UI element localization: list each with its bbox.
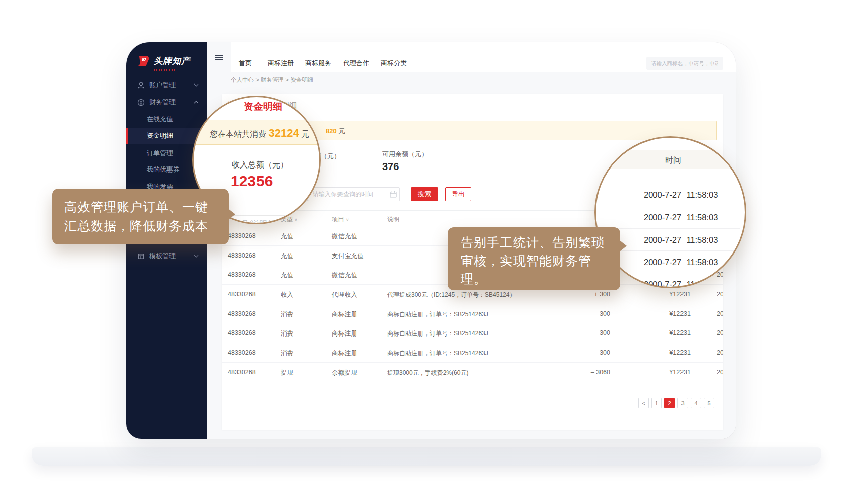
callout-left: 高效管理账户订单、一键 汇总数据，降低财务成本 xyxy=(52,189,229,244)
cell-amount: – 300 xyxy=(560,310,610,317)
cell-time: 2000-7-27 11:58:03 xyxy=(717,310,723,317)
cell-project: 商标注册 xyxy=(332,349,357,358)
cell-order-no: 48330268 xyxy=(228,252,256,259)
callout-right: 告别手工统计、告别繁琐 审核，实现智能财务管 理。 xyxy=(448,227,620,290)
balance-value: 376 xyxy=(382,161,399,173)
cell-project: 微信充值 xyxy=(332,232,357,241)
table-row[interactable]: 48330268 消费 商标注册 商标自助注册，订单号：SB2514263J –… xyxy=(222,323,723,343)
cell-time: 2000-7-27 11:58:03 xyxy=(717,271,723,278)
pagination-prev-button[interactable]: < xyxy=(638,398,649,408)
magnified-banner-text: 您在本站共消费 32124 元 xyxy=(210,127,309,140)
finance-icon xyxy=(137,99,145,106)
sidebar-item-label: 模板管理 xyxy=(149,251,176,261)
banner-amount-fragment: 820 元 xyxy=(326,127,345,136)
cell-order-no: 48330268 xyxy=(228,349,256,356)
cell-project: 商标注册 xyxy=(332,310,357,319)
chevron-down-icon xyxy=(194,255,199,258)
cell-balance: ¥12231 xyxy=(640,291,691,298)
cell-project: 余额提现 xyxy=(332,369,357,377)
magnified-income-label: 收入总额（元） xyxy=(232,160,288,171)
cell-type: 充值 xyxy=(281,232,293,241)
stat-divider xyxy=(577,150,577,176)
export-button[interactable]: 导出 xyxy=(445,187,471,201)
callout-arrow xyxy=(228,209,235,220)
sidebar-item-label: 我的优惠券 xyxy=(147,165,180,174)
sidebar-item-account[interactable]: 账户管理 xyxy=(126,77,207,93)
calendar-icon[interactable] xyxy=(390,191,397,198)
cell-description: 代理提成300元（ID:1245，订单号：SB45124） xyxy=(387,291,516,299)
pagination-page-2-active[interactable]: 2 xyxy=(664,398,675,408)
tab-trademark-service[interactable]: 商标服务 xyxy=(305,59,331,68)
cell-amount: – 300 xyxy=(560,329,610,337)
chevron-down-icon xyxy=(194,83,199,87)
magnified-income-value: 12356 xyxy=(231,173,273,190)
magnified-time-row: 2000-7-27 11:58:03 xyxy=(644,190,718,200)
cell-order-no: 48330268 xyxy=(228,271,256,278)
cell-amount: – 300 xyxy=(560,349,610,356)
row-separator xyxy=(610,250,740,251)
cell-time: 2000-7-27 11:58:03 xyxy=(717,369,723,376)
cell-project: 支付宝充值 xyxy=(332,252,364,261)
breadcrumb: 个人中心 > 财务管理 > 资金明细 xyxy=(231,76,313,84)
cell-time: 2000-7-27 11:58:03 xyxy=(717,349,723,356)
search-button[interactable]: 搜索 xyxy=(411,187,438,201)
table-row[interactable]: 48330268 消费 商标注册 商标自助注册，订单号：SB2514263J –… xyxy=(222,343,723,363)
callout-line: 高效管理账户订单、一键 xyxy=(64,197,217,216)
row-separator xyxy=(610,206,740,206)
cell-description: 商标自助注册，订单号：SB2514263J xyxy=(387,329,488,338)
cell-project: 商标注册 xyxy=(332,329,357,338)
brand-name: 头牌知产 xyxy=(154,55,190,67)
cell-balance: ¥12231 xyxy=(640,369,691,376)
banner-amount: 820 xyxy=(326,127,337,135)
tab-home[interactable]: 首页 xyxy=(239,59,252,68)
date-input[interactable] xyxy=(308,187,400,201)
tab-trademark-register[interactable]: 商标注册 xyxy=(268,59,294,68)
cell-balance: ¥12231 xyxy=(640,349,691,356)
tab-trademark-class[interactable]: 商标分类 xyxy=(381,59,407,68)
pagination-page-1[interactable]: 1 xyxy=(651,398,662,408)
cell-type: 消费 xyxy=(281,349,293,358)
cell-description: 商标自助注册，订单号：SB2514263J xyxy=(387,310,488,319)
cell-time: 2000-7-27 11:58:03 xyxy=(717,329,723,337)
sidebar-item-online-recharge[interactable]: 在线充值 xyxy=(126,112,207,127)
tab-agent-coop[interactable]: 代理合作 xyxy=(343,59,369,68)
table-row[interactable]: 48330268 消费 商标注册 商标自助注册，订单号：SB2514263J –… xyxy=(222,304,723,324)
pagination-page-3[interactable]: 3 xyxy=(677,398,688,408)
cell-order-no: 48330268 xyxy=(228,369,256,376)
cell-type: 消费 xyxy=(281,329,293,338)
cell-description: 提现3000元，手续费2%(60元) xyxy=(387,369,468,377)
pagination: < 1 2 3 4 5 xyxy=(638,398,714,408)
sidebar-item-template[interactable]: 模板管理 xyxy=(126,248,207,264)
sidebar-item-label: 在线充值 xyxy=(147,115,173,124)
user-icon xyxy=(137,81,145,89)
magnified-tab-fragment: 资金明细 xyxy=(244,100,282,113)
cell-description: 商标自助注册，订单号：SB2514263J xyxy=(387,349,488,358)
menu-toggle-button[interactable] xyxy=(207,42,231,72)
cell-balance: ¥12231 xyxy=(640,329,691,337)
callout-line: 审核，实现智能财务管 xyxy=(461,251,607,270)
stat-divider xyxy=(376,150,376,176)
cell-order-no: 48330268 xyxy=(228,329,256,337)
laptop-base xyxy=(32,447,821,466)
magnified-banner-amount: 32124 xyxy=(268,127,299,139)
balance-label: 可用余额（元） xyxy=(382,150,428,159)
header-description: 说明 xyxy=(387,215,399,224)
sidebar-item-label: 资金明细 xyxy=(147,131,173,140)
sidebar-item-finance[interactable]: 财务管理 xyxy=(126,95,207,110)
cell-amount: + 300 xyxy=(560,291,610,298)
sidebar-item-label: 财务管理 xyxy=(149,98,176,107)
cell-order-no: 48330268 xyxy=(228,291,256,298)
cell-type: 消费 xyxy=(281,310,293,319)
callout-line: 告别手工统计、告别繁琐 xyxy=(461,233,607,251)
magnified-time-header: 时间 xyxy=(665,155,681,166)
logo[interactable]: 头牌知产 xyxy=(137,55,190,67)
table-row[interactable]: 48330268 提现 余额提现 提现3000元，手续费2%(60元) – 30… xyxy=(222,363,723,382)
search-input[interactable] xyxy=(646,57,723,70)
sort-caret-icon: ∨ xyxy=(346,217,349,222)
cell-order-no: 48330268 xyxy=(228,232,256,239)
sidebar-item-label: 订单管理 xyxy=(147,149,173,158)
pagination-page-4[interactable]: 4 xyxy=(691,398,701,408)
magnified-time-row: 2000-7-27 11:58:03 xyxy=(644,213,718,222)
pagination-page-5[interactable]: 5 xyxy=(704,398,714,408)
header-project[interactable]: 项目∨ xyxy=(332,215,349,224)
